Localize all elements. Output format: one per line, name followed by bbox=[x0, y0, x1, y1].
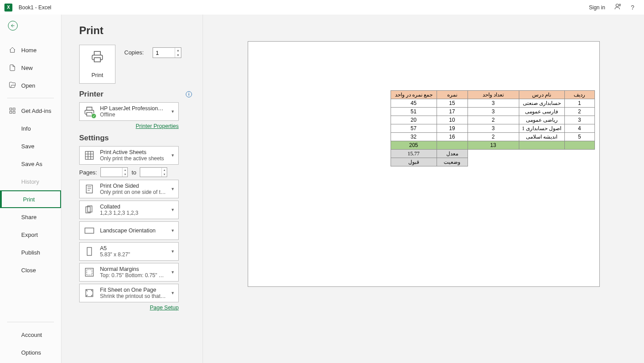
fit-dropdown[interactable]: Fit Sheet on One Page Shrink the printou… bbox=[79, 284, 179, 302]
sidebar-item-addins[interactable]: Get Add-ins bbox=[0, 102, 61, 120]
chevron-down-icon: ▼ bbox=[171, 249, 175, 254]
status-check-icon: ✓ bbox=[91, 113, 96, 119]
spin-up-icon[interactable]: ▲ bbox=[122, 168, 127, 172]
printer-properties-link[interactable]: Printer Properties bbox=[79, 123, 179, 129]
blank-icon bbox=[9, 213, 16, 220]
titlebar-right: Sign in ? bbox=[589, 3, 640, 12]
page-setup-link[interactable]: Page Setup bbox=[79, 305, 179, 311]
cell-status-label: وضعیت bbox=[437, 158, 468, 166]
print-button[interactable]: Print bbox=[79, 45, 115, 84]
back-button[interactable] bbox=[8, 21, 18, 31]
svg-rect-8 bbox=[85, 151, 93, 159]
spin-up-icon[interactable]: ▲ bbox=[175, 48, 181, 53]
svg-rect-6 bbox=[94, 58, 100, 62]
copies-spinner[interactable]: ▲▼ bbox=[175, 48, 181, 58]
pages-to-label: to bbox=[131, 169, 136, 176]
printer-name: HP LaserJet Professional M11... bbox=[100, 105, 166, 112]
blank-icon bbox=[9, 125, 16, 132]
svg-rect-13 bbox=[87, 247, 92, 255]
excel-icon: X bbox=[4, 4, 12, 12]
user-icon[interactable] bbox=[614, 3, 622, 12]
dropdown-sub: Top: 0.75" Bottom: 0.75" Left:... bbox=[100, 272, 166, 278]
help-icon[interactable]: ? bbox=[631, 4, 634, 11]
new-icon bbox=[9, 64, 16, 71]
sidebar-item-save[interactable]: Save bbox=[0, 137, 61, 155]
collated-icon bbox=[83, 204, 96, 216]
dropdown-title: Collated bbox=[100, 204, 166, 210]
sidebar-label: Get Add-ins bbox=[21, 108, 51, 114]
orientation-dropdown[interactable]: Landscape Orientation ▼ bbox=[79, 221, 179, 240]
sidebar-item-share[interactable]: Share bbox=[0, 208, 61, 226]
cell-score: 16 bbox=[437, 133, 468, 141]
sidebar-item-open[interactable]: Open bbox=[0, 77, 61, 94]
sidebar-label: Publish bbox=[21, 249, 40, 256]
pages-to-spinner[interactable]: ▲▼ bbox=[161, 168, 167, 177]
svg-rect-4 bbox=[10, 111, 12, 113]
divider bbox=[7, 98, 54, 98]
sidebar-item-info[interactable]: Info bbox=[0, 120, 61, 137]
margins-dropdown[interactable]: Normal Margins Top: 0.75" Bottom: 0.75" … bbox=[79, 263, 179, 282]
printer-header: Printer i bbox=[79, 90, 192, 99]
cell-units-total: 13 bbox=[468, 141, 519, 150]
onesided-icon bbox=[83, 183, 96, 195]
svg-rect-9 bbox=[86, 185, 92, 193]
blank-icon bbox=[11, 196, 18, 203]
printer-device-icon: ✓ bbox=[83, 105, 96, 118]
main: Print Print Copies: ▲▼ Printer i bbox=[61, 15, 644, 363]
preview-area: جمع نمره در واحد نمره تعداد واحد نام درس… bbox=[203, 15, 644, 363]
dropdown-text: Print One Sided Only print on one side o… bbox=[100, 183, 166, 195]
sidebar: Home New Open Get Add-ins Info Save Save… bbox=[0, 15, 61, 363]
info-icon[interactable]: i bbox=[186, 91, 192, 97]
printer-header-label: Printer bbox=[79, 90, 104, 99]
pages-from-wrap: ▲▼ bbox=[100, 167, 128, 177]
signin-link[interactable]: Sign in bbox=[589, 4, 606, 11]
pages-to-wrap: ▲▼ bbox=[140, 167, 167, 177]
svg-point-1 bbox=[619, 4, 621, 5]
landscape-icon bbox=[83, 224, 96, 237]
svg-rect-12 bbox=[85, 228, 94, 233]
cell-avg-value: 15.77 bbox=[391, 150, 437, 158]
spin-up-icon[interactable]: ▲ bbox=[161, 168, 167, 172]
sidebar-label: Export bbox=[21, 232, 38, 238]
cell-name: ریاضی عمومی bbox=[519, 116, 564, 124]
cell-score: 17 bbox=[437, 108, 468, 116]
sidebar-item-home[interactable]: Home bbox=[0, 41, 61, 59]
sidebar-item-account[interactable]: Account bbox=[0, 326, 61, 344]
spin-down-icon[interactable]: ▼ bbox=[122, 172, 127, 177]
printer-icon bbox=[91, 50, 104, 66]
svg-rect-3 bbox=[13, 108, 15, 110]
svg-rect-5 bbox=[13, 111, 15, 113]
chevron-down-icon: ▼ bbox=[171, 109, 175, 114]
sidebar-item-options[interactable]: Options bbox=[0, 344, 61, 361]
pages-from-spinner[interactable]: ▲▼ bbox=[122, 168, 127, 177]
cell-sum: 20 bbox=[391, 116, 437, 124]
sidebar-item-print[interactable]: Print bbox=[0, 190, 61, 208]
sidebar-item-close[interactable]: Close bbox=[0, 261, 61, 279]
paper-dropdown[interactable]: A5 5.83" x 8.27" ▼ bbox=[79, 242, 179, 261]
blank-icon bbox=[9, 349, 16, 356]
spin-down-icon[interactable]: ▼ bbox=[161, 172, 167, 177]
sidebar-item-saveas[interactable]: Save As bbox=[0, 155, 61, 173]
print-active-dropdown[interactable]: Print Active Sheets Only print the activ… bbox=[79, 146, 179, 165]
sum-row: 205 13 bbox=[391, 141, 594, 150]
collated-dropdown[interactable]: Collated 1,2,3 1,2,3 1,2,3 ▼ bbox=[79, 201, 179, 219]
sidebar-item-export[interactable]: Export bbox=[0, 226, 61, 243]
svg-rect-15 bbox=[87, 270, 92, 275]
dropdown-sub: Shrink the printout so that it... bbox=[100, 293, 166, 299]
col-units: تعداد واحد bbox=[468, 91, 519, 99]
sidebar-item-publish[interactable]: Publish bbox=[0, 243, 61, 261]
addins-icon bbox=[9, 107, 16, 114]
fit-icon bbox=[83, 287, 96, 299]
cell-sum: 57 bbox=[391, 124, 437, 133]
sided-dropdown[interactable]: Print One Sided Only print on one side o… bbox=[79, 180, 179, 198]
open-icon bbox=[9, 82, 16, 89]
dropdown-text: A5 5.83" x 8.27" bbox=[100, 245, 166, 258]
printer-dropdown[interactable]: ✓ HP LaserJet Professional M11... Offlin… bbox=[79, 102, 179, 121]
spin-down-icon[interactable]: ▼ bbox=[175, 53, 181, 58]
dropdown-title: A5 bbox=[100, 245, 166, 251]
sidebar-bottom: Account Options bbox=[0, 318, 61, 363]
sidebar-item-new[interactable]: New bbox=[0, 59, 61, 77]
dropdown-title: Print One Sided bbox=[100, 183, 166, 189]
cell-sum: 51 bbox=[391, 108, 437, 116]
cell-avg-label: معدل bbox=[437, 150, 468, 158]
